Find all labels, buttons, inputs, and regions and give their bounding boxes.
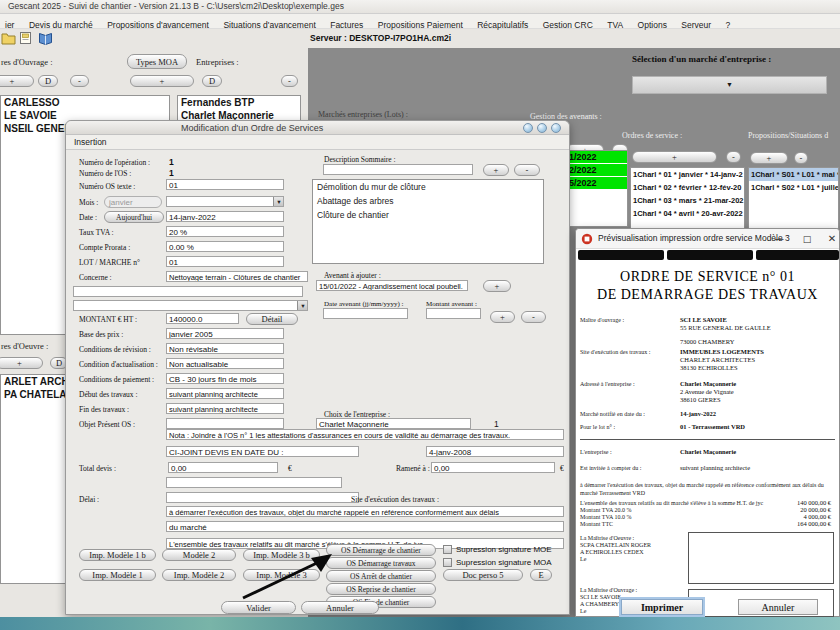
avenant-row[interactable]: 1/2022 — [561, 151, 627, 163]
list-item[interactable]: Fernandes BTP — [178, 96, 300, 109]
avenant-row[interactable]: 2/2022 — [561, 164, 627, 176]
concerne-input[interactable]: Nettoyage terrain - Clôtures de chantier — [166, 271, 308, 282]
book-icon[interactable] — [38, 31, 53, 45]
compte-prorata-input[interactable]: 0.00 % — [166, 241, 284, 252]
suppression-moe-checkbox[interactable] — [443, 545, 452, 554]
devis-extra-input[interactable] — [166, 477, 342, 488]
avenant-row[interactable]: 5/2022 — [561, 177, 627, 189]
entreprise-add-button[interactable]: + — [130, 75, 194, 87]
proposition-row[interactable]: 1Charl * S02 * L01 * juille — [749, 181, 838, 194]
chevron-down-icon[interactable]: ▼ — [273, 196, 284, 207]
modele-2-button[interactable]: Modèle 2 — [162, 549, 236, 561]
dialog-window-button-3[interactable] — [551, 123, 561, 133]
cijoint-date-input[interactable]: 4-janv-2008 — [426, 446, 564, 457]
base-prix-input[interactable]: janvier 2005 — [166, 328, 284, 339]
concerne-combo[interactable]: ▼ — [73, 300, 308, 311]
nota-input[interactable]: Nota : Joindre à l'OS n° 1 les attestati… — [166, 429, 564, 440]
dialog-window-button-1[interactable] — [523, 123, 533, 133]
fin-travaux-input[interactable]: suivant planning architecte — [166, 403, 284, 414]
ordre-add-button[interactable]: + — [632, 151, 717, 163]
doc-value: Charlet Maçonnerie — [680, 380, 736, 387]
chevron-down-icon[interactable]: ▼ — [297, 300, 308, 311]
avenant-date-add-button[interactable]: + — [490, 311, 515, 323]
choix-entreprise-combo[interactable]: Charlet Maçonnerie — [316, 418, 471, 429]
ordre-remove-button[interactable]: - — [726, 151, 741, 163]
demarrer-input[interactable]: à démarrer l'exécution des travaux, obje… — [166, 506, 564, 517]
description-remove-button[interactable]: - — [514, 164, 540, 176]
ordre-row[interactable]: 1Charl * 01 * janvier * 14-janv-2 — [631, 168, 744, 181]
moa-add-button[interactable]: + — [0, 75, 34, 87]
date-input[interactable]: 14-janv-2022 — [166, 211, 284, 222]
du-marche-input[interactable]: du marché — [166, 521, 564, 532]
date-avenant-input[interactable] — [323, 308, 408, 319]
mois-combo[interactable]: ▼ — [166, 196, 284, 207]
ramene-input[interactable]: 0,00 — [431, 462, 555, 473]
moa-d-button[interactable]: D — [38, 75, 58, 87]
entreprise-d-button[interactable]: D — [202, 75, 222, 87]
menu-item-insertion[interactable]: Insertion — [74, 137, 107, 147]
concerne-extra-input[interactable] — [73, 286, 303, 297]
objet-present-os-input[interactable] — [166, 418, 284, 429]
save-document-icon[interactable] — [19, 31, 33, 45]
description-add-button[interactable]: + — [483, 164, 509, 176]
minimize-button[interactable]: — — [769, 229, 789, 249]
description-list[interactable]: Démolition du mur de clôture Abattage de… — [312, 179, 544, 264]
montant-avenant-input[interactable] — [426, 308, 481, 319]
ordre-row[interactable]: 1Charl * 02 * février * 12-fév-20 — [631, 181, 744, 194]
imp-modele-1-button[interactable]: Imp. Modèle 1 — [79, 569, 156, 581]
imp-modele-2-button[interactable]: Imp. Modèle 2 — [162, 569, 236, 581]
avenant-combo[interactable]: 15/01/2022 - Agrandissement local poubel… — [316, 280, 468, 291]
e-button[interactable]: E — [530, 569, 552, 581]
proposition-remove-button[interactable]: - — [794, 152, 808, 164]
proposition-add-button[interactable]: + — [750, 152, 788, 164]
imp-modele-1b-button[interactable]: Imp. Modèle 1 b — [79, 549, 156, 561]
preview-annuler-button[interactable]: Annuler — [738, 599, 818, 615]
condition-actualisation-input[interactable]: Non actualisable — [166, 358, 284, 369]
total-devis-input[interactable]: 0,00 — [168, 462, 278, 473]
marche-dropdown[interactable]: ▼ — [632, 76, 827, 94]
taskbar-strip[interactable] — [0, 617, 840, 630]
debut-travaux-input[interactable]: suivant planning architecte — [166, 388, 284, 399]
dialog-window-button-2[interactable] — [537, 123, 547, 133]
num-os-texte-input[interactable]: 01 — [166, 179, 284, 190]
description-input[interactable] — [323, 164, 473, 175]
montant-ht-input[interactable]: 140000.0 — [166, 313, 239, 324]
proposition-row-selected[interactable]: 1Charl * S01 * L01 * mai * — [749, 168, 838, 181]
moe-add-button[interactable]: + — [0, 357, 43, 369]
suppression-moa-checkbox[interactable] — [443, 558, 452, 567]
preview-toolbar-block[interactable] — [756, 250, 839, 260]
ordre-row[interactable]: 1Charl * 04 * avril * 20-avr-2022 — [631, 207, 744, 220]
close-button[interactable]: ✕ — [822, 229, 840, 249]
conditions-paiement-input[interactable]: CB - 30 jours fin de mois — [166, 373, 284, 384]
entreprise-remove-button[interactable]: - — [281, 75, 298, 87]
avenant-add-button[interactable]: + — [483, 280, 511, 292]
moa-signature-line: A CHAMBERY — [580, 601, 619, 607]
doc-perso-5-button[interactable]: Doc perso 5 — [443, 569, 523, 581]
dialog-titlebar[interactable]: Modification d'un Ordre de Services — [66, 121, 569, 135]
description-item[interactable]: Démolition du mur de clôture — [313, 180, 543, 194]
doc-value: 14-janv-2022 — [680, 410, 716, 417]
aujourdhui-button[interactable]: Aujourd'hui — [104, 211, 164, 223]
imprimer-button[interactable]: Imprimer — [621, 599, 703, 615]
open-folder-icon[interactable] — [1, 31, 16, 45]
lot-marche-input[interactable]: 01 — [166, 256, 284, 267]
conditions-revision-input[interactable]: Non révisable — [166, 343, 284, 354]
detail-button[interactable]: Détail — [246, 313, 298, 325]
avenants-list[interactable]: 1/2022 2/2022 5/2022 — [560, 150, 628, 227]
avenant-date-remove-button[interactable]: - — [521, 311, 546, 323]
preview-titlebar[interactable]: Prévisualisation impression ordre servic… — [576, 229, 839, 249]
cijoint-devis-input[interactable]: CI-JOINT DEVIS EN DATE DU : — [166, 446, 359, 457]
preview-toolbar-block[interactable] — [667, 250, 753, 260]
types-moa-button[interactable]: Types MOA — [127, 54, 187, 69]
ordre-row[interactable]: 1Charl * 03 * mars * 21-mar-202 — [631, 194, 744, 207]
description-item[interactable]: Abattage des arbres — [313, 194, 543, 208]
propositions-list[interactable]: 1Charl * S01 * L01 * mai * 1Charl * S02 … — [748, 167, 839, 229]
ordres-service-list[interactable]: 1Charl * 01 * janvier * 14-janv-2 1Charl… — [630, 167, 745, 229]
preview-toolbar-block[interactable] — [578, 250, 664, 260]
description-item[interactable]: Clôture de chantier — [313, 208, 543, 222]
maximize-button[interactable]: □ — [797, 229, 817, 249]
moa-remove-button[interactable]: - — [70, 75, 89, 87]
taux-tva-input[interactable]: 20 % — [166, 226, 284, 237]
list-item[interactable]: CARLESSO — [1, 96, 169, 109]
delai-input[interactable] — [166, 492, 359, 503]
